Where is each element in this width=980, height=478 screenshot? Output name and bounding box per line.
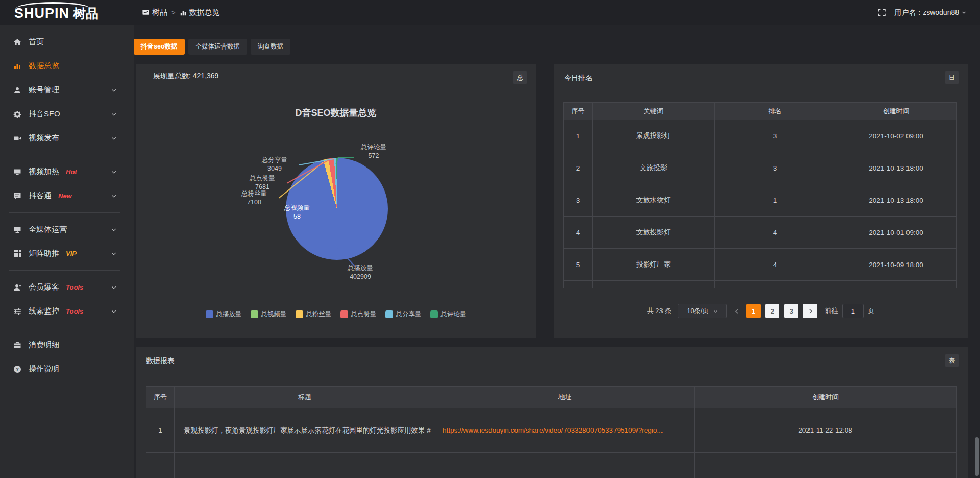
sidebar-item-media-operation[interactable]: 全媒体运营	[0, 218, 134, 242]
legend-swatch	[251, 310, 258, 318]
sidebar-item-badge: Hot	[66, 168, 77, 176]
sidebar-item-data-overview[interactable]: 数据总览	[0, 54, 134, 78]
legend-swatch	[340, 310, 348, 318]
scrollbar-thumb[interactable]	[975, 437, 979, 476]
sidebar-item-badge: VIP	[66, 250, 77, 257]
sidebar-item-account-manage[interactable]: 账号管理	[0, 78, 134, 102]
total-toggle-button[interactable]: 总	[513, 71, 527, 84]
column-header: 创建时间	[695, 387, 957, 408]
svg-text:?: ?	[16, 366, 19, 372]
leader-line	[338, 157, 354, 158]
sidebar-item-douyin-seo[interactable]: 抖音SEO	[0, 102, 134, 126]
breadcrumb-current[interactable]: 数据总览	[180, 8, 220, 17]
table-row: 1景观投影灯32021-10-02 09:00	[564, 120, 957, 152]
tab-1[interactable]: 全媒体运营数据	[188, 39, 248, 55]
sidebar-item-video-publish[interactable]: 视频发布	[0, 126, 134, 150]
cell-index: 1	[146, 408, 175, 453]
chevron-down-icon	[111, 193, 117, 199]
sidebar-item-member-baoke[interactable]: 会员爆客 Tools	[0, 275, 134, 299]
table-toggle-button[interactable]: 表	[945, 354, 959, 367]
chevron-down-icon	[111, 284, 117, 291]
divider	[136, 375, 968, 375]
overview-panel: 展现量总数: 421,369 总 D音SEO数据量总览 总评论量572 总分享量…	[136, 64, 536, 338]
breadcrumb-root-label: 树品	[152, 8, 167, 17]
legend-item[interactable]: 总点赞量	[340, 310, 377, 319]
cell-created: 2021-11-22 12:08	[695, 408, 957, 453]
app-logo: SHUPIN 树品	[14, 4, 99, 22]
report-table: 序号标题地址创建时间 1 景观投影灯，夜游景观投影灯厂家展示展示落花灯在花园里的…	[146, 386, 957, 478]
page-size-select[interactable]: 10条/页	[678, 304, 727, 318]
cell: 5	[564, 249, 593, 281]
column-header: 地址	[435, 387, 695, 408]
goto-page-input[interactable]	[842, 304, 864, 318]
sidebar-item-home[interactable]: 首页	[0, 30, 134, 54]
pie-label-likes: 总点赞量7681	[238, 174, 287, 192]
sidebar-item-label: 会员爆客	[29, 282, 59, 292]
gear-icon	[13, 110, 21, 118]
legend-item[interactable]: 总粉丝量	[296, 310, 332, 319]
breadcrumb-current-label: 数据总览	[189, 8, 220, 17]
sidebar-item-douketong[interactable]: 抖客通 New	[0, 184, 134, 208]
cell: 投影灯厂家	[593, 249, 715, 281]
legend-swatch	[206, 310, 213, 318]
sidebar-item-matrix-boost[interactable]: 矩阵助推 VIP	[0, 242, 134, 266]
sidebar-divider	[9, 270, 120, 271]
sidebar-item-label: 数据总览	[29, 61, 59, 71]
user-icon	[13, 86, 21, 94]
sidebar-item-label: 全媒体运营	[29, 225, 67, 234]
sidebar-item-label: 操作说明	[29, 364, 59, 374]
table-row: 3文旅水纹灯12021-10-13 18:00	[564, 184, 957, 217]
cell: 1	[715, 184, 836, 217]
sidebar-item-operation-guide[interactable]: ? 操作说明	[0, 357, 134, 381]
chevron-down-icon	[111, 87, 117, 93]
pie-label-shares: 总分享量3049	[250, 156, 299, 173]
table-row: 5投影灯厂家42021-10-09 18:00	[564, 249, 957, 281]
table-row: 4文旅投影灯42021-10-01 09:00	[564, 217, 957, 249]
tab-0[interactable]: 抖音seo数据	[134, 39, 185, 55]
legend-swatch	[385, 310, 393, 318]
legend-item[interactable]: 总播放量	[206, 310, 242, 319]
legend-item[interactable]: 总评论量	[430, 310, 467, 319]
chevron-down-icon	[111, 227, 117, 233]
daily-toggle-button[interactable]: 日	[945, 71, 959, 84]
legend-item[interactable]: 总视频量	[251, 310, 287, 319]
cell-title: 景观投影灯，夜游景观投影灯厂家展示展示落花灯在花园里的灯光投影应用效果 #	[175, 408, 435, 453]
sidebar-item-video-heat[interactable]: 视频加热 Hot	[0, 160, 134, 184]
chevron-down-icon	[961, 10, 967, 15]
sliders-icon	[13, 307, 21, 316]
pagination: 共 23 条 10条/页 123 前往 页	[554, 304, 968, 318]
member-icon	[13, 283, 21, 292]
legend-swatch	[296, 310, 303, 318]
cell-url-link[interactable]: https://www.iesdouyin.com/share/video/70…	[435, 408, 695, 453]
cell: 3	[564, 184, 593, 217]
tab-2[interactable]: 询盘数据	[251, 39, 290, 55]
fullscreen-icon[interactable]	[877, 8, 886, 17]
user-menu[interactable]: 用户名：zswodun88	[894, 8, 967, 17]
cell: 1	[564, 120, 593, 152]
page-button-2[interactable]: 2	[765, 304, 779, 318]
column-header: 标题	[175, 387, 435, 408]
pagination-total: 共 23 条	[647, 306, 672, 316]
legend-label: 总播放量	[216, 310, 242, 319]
legend-item[interactable]: 总分享量	[385, 310, 422, 319]
sidebar-divider	[9, 328, 120, 328]
logo-arc	[15, 2, 91, 9]
next-page-button[interactable]	[803, 304, 817, 318]
report-title: 数据报表	[146, 347, 175, 375]
pie-label-videos: 总视频量58	[273, 204, 322, 221]
sidebar-item-clue-monitor[interactable]: 线索监控 Tools	[0, 299, 134, 323]
cell: 文旅投影灯	[593, 217, 715, 249]
ranking-panel: 今日排名 日 序号关键词排名创建时间 1景观投影灯32021-10-02 09:…	[554, 64, 968, 338]
prev-page-button[interactable]	[731, 308, 742, 315]
cell: 4	[715, 249, 836, 281]
sidebar-item-consume-detail[interactable]: 消费明细	[0, 333, 134, 357]
column-header: 创建时间	[836, 103, 957, 120]
report-panel: 数据报表 表 序号标题地址创建时间 1 景观投影灯，夜游景观投影灯厂家展示展示落…	[136, 347, 968, 478]
sidebar-divider	[9, 155, 120, 155]
top-header: SHUPIN 树品 树品 > 数据总览 用户名：zswodun88	[0, 0, 980, 25]
legend-swatch	[430, 310, 438, 318]
page-button-1[interactable]: 1	[746, 304, 761, 318]
breadcrumb-root[interactable]: 树品	[142, 8, 167, 17]
chevron-down-icon	[111, 135, 117, 141]
page-button-3[interactable]: 3	[784, 304, 798, 318]
